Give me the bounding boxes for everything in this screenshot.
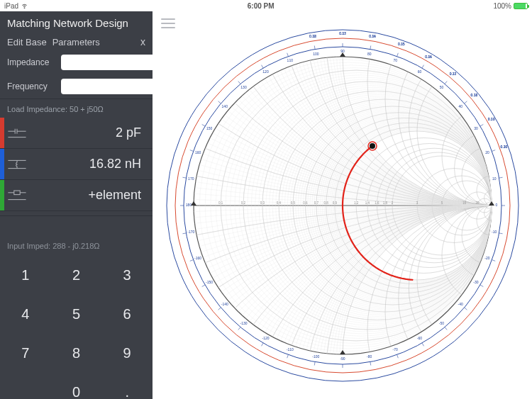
svg-line-58 [492, 259, 495, 261]
svg-point-305 [322, 21, 527, 206]
svg-line-62 [464, 307, 467, 309]
edit-base-link[interactable]: Edit Base [7, 37, 47, 47]
svg-line-50 [492, 150, 495, 151]
keypad-0[interactable]: 0 [51, 373, 102, 399]
keypad-3[interactable]: 3 [101, 256, 153, 295]
svg-line-78 [261, 342, 263, 345]
element-row-inductor[interactable]: 16.82 nH [0, 149, 153, 180]
svg-line-82 [218, 307, 221, 309]
svg-line-86 [189, 259, 193, 261]
svg-text:110: 110 [287, 58, 293, 62]
svg-text:0.33: 0.33 [449, 71, 456, 75]
svg-line-28 [238, 81, 240, 84]
svg-text:20: 20 [475, 201, 480, 205]
add-element-icon [4, 189, 30, 203]
svg-text:-110: -110 [286, 347, 293, 352]
svg-text:130: 130 [240, 85, 247, 89]
svg-text:-70: -70 [392, 347, 397, 352]
svg-point-290 [284, 206, 527, 390]
numeric-keypad: 1 2 3 4 5 6 7 8 9 0 . [0, 256, 153, 399]
svg-text:0.3: 0.3 [260, 201, 265, 205]
svg-text:-80: -80 [367, 354, 372, 359]
svg-text:30: 30 [474, 125, 478, 130]
svg-text:-90: -90 [340, 356, 345, 361]
svg-text:0: 0 [495, 203, 497, 207]
svg-text:20: 20 [485, 150, 489, 154]
frequency-row: Frequency MHz [0, 74, 153, 99]
svg-text:10: 10 [492, 176, 496, 180]
svg-text:0.9: 0.9 [332, 201, 337, 205]
svg-line-24 [201, 124, 204, 126]
svg-point-313 [336, 21, 527, 206]
svg-line-32 [287, 52, 288, 56]
svg-line-66 [422, 342, 424, 345]
app-title: Matching Network Design [0, 11, 153, 33]
close-button[interactable]: x [140, 36, 145, 47]
svg-line-64 [444, 327, 446, 330]
svg-text:0.1: 0.1 [218, 201, 223, 205]
svg-text:0.7: 0.7 [314, 201, 318, 205]
svg-text:-100: -100 [312, 354, 319, 359]
svg-line-22 [189, 150, 193, 151]
svg-point-289 [284, 21, 527, 206]
svg-text:0.38: 0.38 [309, 34, 316, 38]
svg-line-38 [370, 45, 370, 49]
svg-point-309 [329, 21, 526, 206]
svg-text:10: 10 [462, 201, 467, 205]
keypad-8[interactable]: 8 [51, 334, 102, 373]
svg-line-48 [480, 124, 482, 126]
svg-text:0.35: 0.35 [397, 41, 404, 45]
svg-text:-150: -150 [206, 279, 213, 283]
element-row-add[interactable]: +element [0, 180, 153, 211]
svg-point-314 [336, 206, 527, 390]
keypad-5[interactable]: 5 [51, 295, 102, 334]
svg-text:170: 170 [188, 176, 194, 180]
element-value: +element [30, 188, 153, 203]
battery-icon [514, 3, 528, 9]
svg-line-40 [397, 52, 398, 56]
parameters-link[interactable]: Parameters [52, 37, 100, 47]
svg-text:-140: -140 [221, 301, 228, 305]
keypad-4[interactable]: 4 [0, 295, 51, 334]
svg-point-310 [329, 206, 526, 390]
svg-text:-10: -10 [492, 230, 497, 234]
load-impedance-label: Load Impedance: 50 + j50Ω [0, 99, 153, 118]
svg-text:1.2: 1.2 [353, 201, 358, 205]
keypad-6[interactable]: 6 [101, 295, 153, 334]
svg-text:-60: -60 [416, 336, 421, 340]
svg-text:1.4: 1.4 [365, 201, 370, 205]
svg-text:-20: -20 [484, 255, 489, 259]
svg-point-291 [290, 21, 527, 206]
svg-line-52 [499, 177, 502, 178]
svg-line-68 [397, 354, 398, 358]
svg-text:1.6: 1.6 [375, 201, 379, 205]
element-row-capacitor[interactable]: 2 pF [0, 118, 153, 149]
keypad-2[interactable]: 2 [51, 256, 102, 295]
svg-text:160: 160 [194, 150, 201, 154]
clock-label: 6:00 PM [28, 2, 493, 10]
svg-text:0.36: 0.36 [369, 34, 376, 38]
svg-line-80 [238, 327, 240, 330]
keypad-dot[interactable]: . [101, 373, 153, 399]
svg-rect-10 [14, 191, 20, 195]
svg-text:50: 50 [439, 85, 443, 89]
svg-text:0.30: 0.30 [500, 144, 507, 148]
smith-chart[interactable]: 1801701601501401301201101009080706050403… [153, 11, 532, 399]
svg-line-42 [422, 64, 424, 67]
svg-text:-130: -130 [240, 320, 247, 325]
svg-text:0.8: 0.8 [323, 201, 328, 205]
svg-text:-120: -120 [262, 336, 269, 340]
svg-line-84 [201, 285, 204, 287]
svg-text:120: 120 [262, 69, 269, 74]
carrier-label: iPad [4, 2, 18, 10]
svg-text:0.31: 0.31 [487, 117, 494, 121]
keypad-9[interactable]: 9 [101, 334, 153, 373]
svg-text:0.32: 0.32 [470, 92, 477, 96]
svg-line-20 [182, 177, 186, 178]
keypad-7[interactable]: 7 [0, 334, 51, 373]
svg-text:150: 150 [206, 125, 212, 130]
svg-text:-50: -50 [438, 320, 443, 325]
keypad-1[interactable]: 1 [0, 256, 51, 295]
svg-point-336 [370, 143, 375, 149]
svg-text:60: 60 [417, 69, 421, 74]
